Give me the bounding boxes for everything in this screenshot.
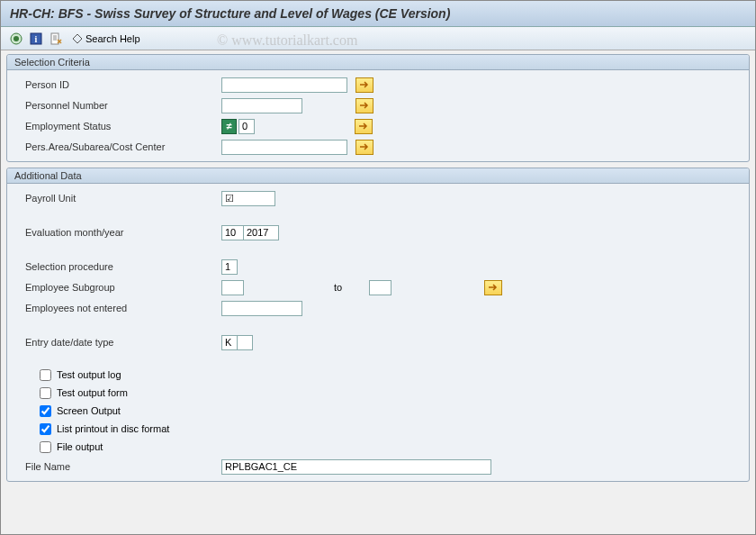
selection-criteria-group: Selection Criteria Person ID Personnel N… — [6, 54, 750, 162]
person-id-multi-button[interactable] — [356, 77, 374, 93]
list-printout-checkbox[interactable] — [40, 423, 51, 435]
search-help-label: Search Help — [86, 33, 140, 44]
personnel-number-input[interactable] — [221, 98, 302, 113]
file-name-input[interactable] — [221, 459, 491, 475]
test-output-form-checkbox[interactable] — [40, 387, 51, 399]
list-printout-label: List printout in disc format — [57, 423, 169, 434]
employment-status-input[interactable] — [238, 119, 255, 134]
info-icon[interactable]: i — [28, 31, 44, 47]
pers-area-multi-button[interactable] — [356, 140, 374, 155]
entry-date-input-1[interactable] — [221, 335, 238, 350]
employees-not-entered-input[interactable] — [221, 301, 302, 316]
diamond-icon — [73, 34, 82, 43]
employee-subgroup-label: Employee Subgroup — [14, 282, 221, 293]
employee-subgroup-from-input[interactable] — [221, 280, 244, 295]
execute-icon[interactable] — [8, 31, 24, 47]
personnel-number-multi-button[interactable] — [356, 98, 374, 113]
test-output-form-label: Test output form — [57, 387, 128, 398]
arrow-right-icon — [358, 122, 369, 131]
file-output-label: File output — [57, 441, 103, 452]
pers-area-input[interactable] — [221, 140, 347, 155]
eval-month-input[interactable] — [221, 225, 244, 240]
file-name-label: File Name — [14, 461, 221, 472]
arrow-right-icon — [488, 283, 499, 292]
window-title: HR-CH: BFS - Swiss Survey of Structure a… — [10, 6, 450, 21]
toolbar: i Search Help — [1, 27, 755, 50]
entry-date-label: Entry date/date type — [14, 337, 221, 348]
employees-not-entered-label: Employees not entered — [14, 303, 221, 313]
employee-subgroup-to-input[interactable] — [369, 280, 392, 295]
screen-output-checkbox[interactable] — [40, 405, 51, 417]
arrow-right-icon — [359, 101, 370, 110]
additional-data-header: Additional Data — [7, 168, 749, 184]
employment-status-multi-button[interactable] — [355, 119, 373, 134]
selection-procedure-label: Selection procedure — [14, 261, 221, 272]
file-output-checkbox[interactable] — [40, 441, 51, 453]
entry-date-input-2[interactable] — [237, 335, 253, 350]
selection-procedure-input[interactable] — [221, 259, 238, 275]
variant-icon[interactable] — [48, 31, 64, 47]
test-output-log-label: Test output log — [57, 369, 122, 380]
not-equal-icon[interactable]: ≠ — [221, 119, 237, 134]
person-id-label: Person ID — [14, 79, 221, 90]
to-label: to — [334, 282, 342, 293]
test-output-log-checkbox[interactable] — [40, 369, 51, 381]
pers-area-label: Pers.Area/Subarea/Cost Center — [14, 141, 221, 152]
arrow-right-icon — [359, 80, 370, 89]
search-help-button[interactable]: Search Help — [68, 32, 146, 45]
payroll-unit-input[interactable] — [221, 191, 275, 206]
person-id-input[interactable] — [221, 77, 347, 93]
arrow-right-icon — [359, 142, 370, 151]
employee-subgroup-multi-button[interactable] — [484, 280, 502, 295]
content-area: Selection Criteria Person ID Personnel N… — [1, 50, 755, 491]
screen-output-label: Screen Output — [57, 405, 121, 416]
window-title-bar: HR-CH: BFS - Swiss Survey of Structure a… — [1, 1, 755, 27]
svg-point-1 — [14, 36, 19, 41]
svg-text:i: i — [35, 34, 38, 44]
employment-status-label: Employment Status — [14, 121, 221, 131]
eval-month-year-label: Evaluation month/year — [14, 227, 221, 238]
selection-criteria-header: Selection Criteria — [7, 55, 749, 70]
personnel-number-label: Personnel Number — [14, 100, 221, 111]
eval-year-input[interactable] — [243, 225, 279, 240]
payroll-unit-label: Payroll Unit — [14, 193, 221, 204]
additional-data-group: Additional Data Payroll Unit Evaluation … — [6, 168, 750, 482]
